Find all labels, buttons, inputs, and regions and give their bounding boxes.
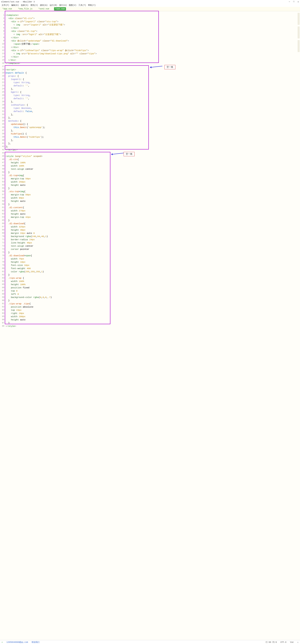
menu-publish[interactable]: 发行(U) xyxy=(59,4,67,6)
menu-find[interactable]: 查找(I) xyxy=(30,4,38,6)
tab-son2[interactable]: *son2.vue xyxy=(37,7,50,10)
status-warning-icon[interactable]: ⚠ xyxy=(297,641,299,644)
code-area[interactable]: <template> <div class="dl-ctn"> <div v-i… xyxy=(5,11,300,328)
close-button[interactable]: ✕ xyxy=(298,0,299,3)
menu-select[interactable]: 选择(S) xyxy=(21,4,28,6)
annotation-badge-2: 空一格 xyxy=(124,152,135,156)
code-editor[interactable]: 1234567891011121314151617181920212223242… xyxy=(0,11,300,328)
minimap[interactable] xyxy=(297,11,300,252)
line-gutter: 1234567891011121314151617181920212223242… xyxy=(0,11,5,328)
tab-newfile[interactable]: *new_file.js xyxy=(17,7,34,10)
menu-help[interactable]: 帮助(Y) xyxy=(88,4,96,6)
status-email[interactable]: 12056646609@qq.com xyxy=(6,641,28,644)
maximize-button[interactable]: □ xyxy=(293,0,295,3)
menu-edit[interactable]: 编辑(E) xyxy=(11,4,19,6)
menu-view[interactable]: 视图(V) xyxy=(69,4,76,6)
annotation-badge-1: 空一格 xyxy=(164,65,175,69)
status-feedback[interactable]: 鼓励我们 xyxy=(32,641,40,644)
menu-bar: 文件(F) 编辑(E) 选择(S) 查找(I) 跳转(G) 运行(R) 发行(U… xyxy=(0,4,300,7)
menu-goto[interactable]: 跳转(G) xyxy=(40,4,48,6)
status-language[interactable]: Vue xyxy=(290,641,294,644)
menu-file[interactable]: 文件(F) xyxy=(1,4,9,6)
menu-tools[interactable]: 工具(T) xyxy=(78,4,86,6)
menu-run[interactable]: 运行(R) xyxy=(50,4,57,6)
status-encoding[interactable]: UTF-8 xyxy=(280,641,287,644)
app-title: element/son.vue - HBuilder X xyxy=(1,1,35,3)
minimize-button[interactable]: — xyxy=(289,0,290,3)
tab-son[interactable]: *son.vue xyxy=(54,7,66,10)
tab-bar: *App.vue *new_file.js *son2.vue *son.vue xyxy=(0,7,300,11)
status-icon: ☑ xyxy=(1,641,3,644)
title-bar: element/son.vue - HBuilder X — □ ✕ xyxy=(0,0,300,4)
tab-app[interactable]: *App.vue xyxy=(1,7,13,10)
status-position[interactable]: 行:98 列:9 xyxy=(266,641,277,644)
status-bar: ☑ 12056646609@qq.com 鼓励我们 行:98 列:9 UTF-8… xyxy=(0,640,300,644)
